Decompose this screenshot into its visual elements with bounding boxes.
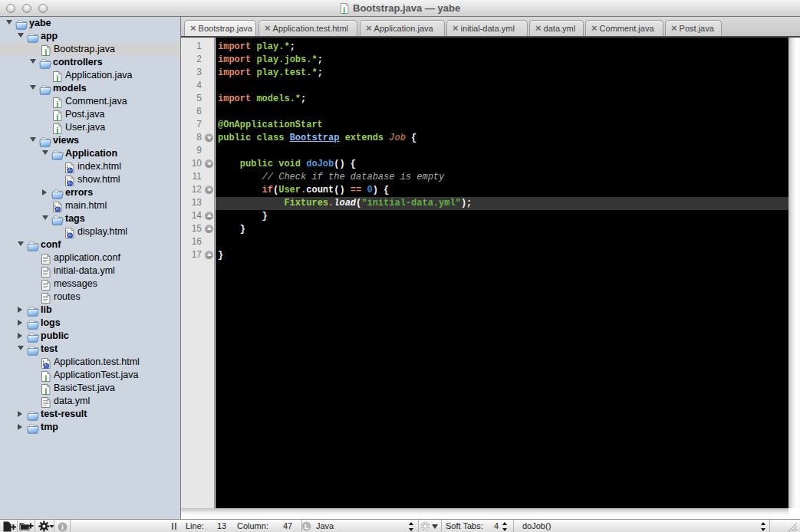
svg-text:j: j <box>55 112 59 121</box>
svg-text:j: j <box>55 73 59 82</box>
svg-text:L: L <box>305 523 309 530</box>
svg-text:j: j <box>55 99 59 108</box>
svg-text:j: j <box>44 373 48 382</box>
svg-text:j: j <box>342 5 345 14</box>
svg-text:j: j <box>44 386 48 395</box>
svg-text:j: j <box>44 47 48 56</box>
svg-text:i: i <box>61 523 64 531</box>
svg-text:j: j <box>55 125 59 134</box>
